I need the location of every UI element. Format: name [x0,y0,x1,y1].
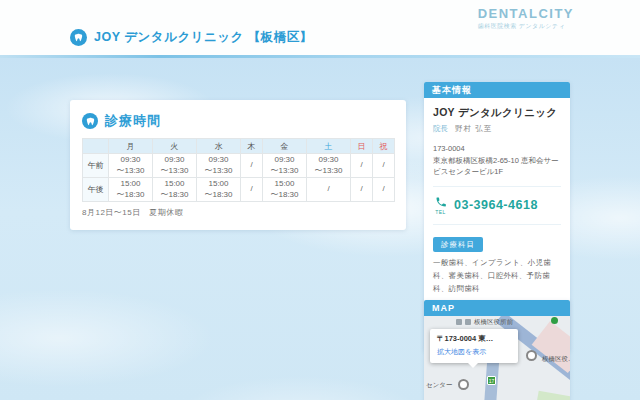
map-canvas[interactable]: 板橋区役所前 板橋区役… センター 警視庁 板橋警 17 〒173-0004 東… [424,316,570,400]
postal-code: 173-0004 [433,143,561,155]
departments-section: 診療科目 一般歯科、インプラント、小児歯科、審美歯科、口腔外科、予防歯科、訪問歯… [433,233,561,296]
departments-badge: 診療科目 [433,237,483,252]
tooth-icon [70,29,87,46]
period-label: 午後 [83,178,109,202]
day-header: 月 [109,139,153,154]
address-block: 173-0004 東京都板橋区板橋2-65-10 恵和会サービスセンタービル1F [433,143,561,178]
map-header: MAP [424,300,570,316]
day-header: 木 [241,139,263,154]
infowindow-title: 〒173-0004 東… [437,334,511,344]
departments-list: 一般歯科、インプラント、小児歯科、審美歯科、口腔外科、予防歯科、訪問歯科 [433,257,561,295]
hours-row: 午後15:00〜18:3015:00〜18:3015:00〜18:30/15:0… [83,178,395,202]
hours-table-head-row: 月火水木金土日祝 [83,139,395,154]
hours-cell: 15:00〜18:30 [109,178,153,202]
hours-note: 8月12日〜15日 夏期休暇 [82,207,394,218]
dentalcity-logo-tagline: 歯科医院検索 デンタルシティ [478,22,574,31]
separator [433,186,561,187]
separator [433,224,561,225]
day-header: 水 [197,139,241,154]
hours-cell: / [351,154,373,178]
hours-cell: / [373,178,395,202]
address: 東京都板橋区板橋2-65-10 恵和会サービスセンタービル1F [433,155,561,178]
map-panel: MAP 板橋区役所前 板橋区役… センター 警視庁 板橋警 17 〒173-00… [424,300,570,400]
day-header: 祝 [373,139,395,154]
day-header: 日 [351,139,373,154]
hours-cell: 15:00〜18:30 [197,178,241,202]
bus-stop-icon [456,319,462,325]
hours-cell: 09:30〜13:30 [263,154,307,178]
building-icon [465,319,471,325]
corner-header [83,139,109,154]
hours-cell: / [373,154,395,178]
day-header: 火 [153,139,197,154]
director-label: 院長 [433,124,448,133]
hours-cell: 09:30〜13:30 [153,154,197,178]
hours-cell: / [241,178,263,202]
site-title-link[interactable]: JOY デンタルクリニック 【板橋区】 [70,29,313,46]
phone-number[interactable]: 03-3964-4618 [454,198,538,212]
hours-title: 診療時間 [105,112,161,130]
hours-cell: / [241,154,263,178]
hours-cell: 15:00〜18:30 [263,178,307,202]
hours-card: 診療時間 月火水木金土日祝 午前09:30〜13:3009:30〜13:3009… [70,100,406,230]
map-infowindow: 〒173-0004 東… 拡大地図を表示 [430,329,518,363]
hours-cell: 09:30〜13:30 [307,154,351,178]
tree-marker-icon [551,317,558,324]
dentalcity-logo[interactable]: DENTALCITY 歯科医院検索 デンタルシティ [478,6,574,31]
station-marker-icon[interactable] [526,350,537,361]
basic-info-header: 基本情報 [424,82,570,98]
map-label-left: センター [426,381,452,390]
phone-icon: TEL [433,196,448,215]
clinic-name: JOY デンタルクリニック [433,106,561,120]
hours-cell: / [351,178,373,202]
period-label: 午前 [83,154,109,178]
phone-row[interactable]: TEL 03-3964-4618 [433,195,561,216]
bus-marker-icon[interactable] [458,379,469,390]
site-title-text: JOY デンタルクリニック 【板橋区】 [94,29,313,46]
hours-table: 月火水木金土日祝 午前09:30〜13:3009:30〜13:3009:30〜1… [82,138,395,202]
hours-cell: 09:30〜13:30 [197,154,241,178]
director-name: 野村 弘至 [455,124,492,133]
dentalcity-logo-text: DENTALCITY [478,6,574,21]
enlarge-map-link[interactable]: 拡大地図を表示 [437,347,511,357]
map-label-right: 板橋区役… [542,355,570,364]
day-header: 金 [263,139,307,154]
director-row: 院長 野村 弘至 [433,124,561,134]
route-shield: 17 [487,376,496,385]
tel-label: TEL [435,209,446,215]
map-label-top: 板橋区役所前 [474,318,513,327]
hours-cell: 09:30〜13:30 [109,154,153,178]
hours-cell: / [307,178,351,202]
hours-row: 午前09:30〜13:3009:30〜13:3009:30〜13:30/09:3… [83,154,395,178]
hours-cell: 15:00〜18:30 [153,178,197,202]
map-park-block [534,391,570,400]
tooth-icon [82,113,98,129]
day-header: 土 [307,139,351,154]
hours-heading: 診療時間 [82,112,394,130]
